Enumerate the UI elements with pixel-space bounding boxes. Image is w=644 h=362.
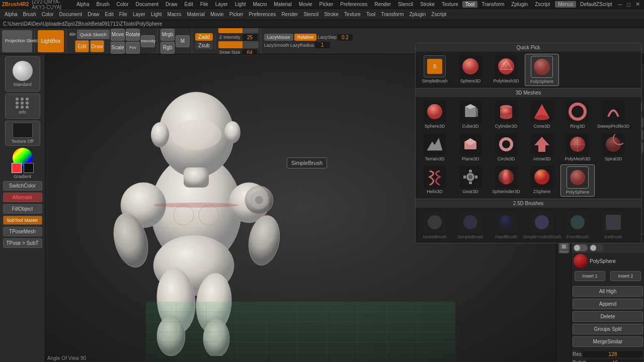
color-picker-button[interactable]	[8, 148, 38, 173]
switch-color-button[interactable]: SwitchColor	[3, 181, 42, 191]
tpose-mesh-button[interactable]: TPoseMesh	[3, 227, 42, 236]
focal-shift-slider[interactable]	[218, 28, 259, 33]
tb2-material[interactable]: Material	[184, 11, 207, 18]
menu-material[interactable]: Material	[271, 1, 295, 8]
menu-brush[interactable]: Brush	[93, 1, 112, 8]
tb2-draw[interactable]: Draw	[85, 11, 102, 18]
insert1-button[interactable]: Insert 1	[575, 271, 605, 281]
mesh-polymesh3d-grid[interactable]: PolyMesh3D	[560, 132, 595, 163]
tb2-document[interactable]: Document	[57, 11, 85, 18]
menu-alpha[interactable]: Alpha	[73, 1, 93, 8]
delete-button[interactable]: Delete	[573, 311, 643, 322]
info-button[interactable]: Info	[5, 94, 40, 119]
menu-macro[interactable]: Macro	[250, 1, 270, 8]
quick-pick-simplebrush[interactable]: S SimpleBrush	[418, 54, 452, 86]
mesh-ring3d[interactable]: Ring3D	[560, 99, 595, 130]
mesh-spherinder3d[interactable]: Spherinder3D	[489, 164, 523, 197]
close-icon[interactable]: ✕	[633, 1, 642, 8]
foreground-color-swatch[interactable]	[12, 163, 22, 173]
tb2-stencil[interactable]: Stencil	[301, 11, 321, 18]
lightbox-button[interactable]: LightBox	[38, 30, 64, 52]
tb2-movie[interactable]: Movie	[208, 11, 226, 18]
quick-sketch-button[interactable]: Quick Sketch	[77, 30, 110, 39]
menu-light[interactable]: Light	[232, 1, 249, 8]
tb2-zscript[interactable]: Zscript	[429, 11, 449, 18]
brush-2d-5[interactable]: FrontBrush	[560, 210, 595, 241]
tb2-preferences[interactable]: Preferences	[246, 11, 278, 18]
mesh-spiral3d[interactable]: Spiral3D	[596, 132, 630, 163]
brush-2d-2[interactable]: SimpleBrush	[453, 210, 488, 241]
rgb-button[interactable]: Rgb	[160, 42, 175, 54]
tpose-subt-button[interactable]: TPose > SubT	[3, 238, 42, 248]
maximize-icon[interactable]: □	[625, 2, 632, 8]
projection-sketch-button[interactable]: Projection Sketch	[2, 30, 32, 52]
tb2-layer[interactable]: Layer	[130, 11, 148, 18]
fov-button[interactable]: Fov	[126, 42, 140, 54]
scale-button[interactable]: Scale	[111, 42, 125, 54]
tb2-alpha[interactable]: Alpha	[2, 11, 20, 18]
mesh-gear3d[interactable]: Gear3D	[453, 164, 488, 197]
tb2-texture[interactable]: Texture	[342, 11, 363, 18]
tb2-file[interactable]: File	[117, 11, 130, 18]
menu-movie[interactable]: Movie	[296, 1, 315, 8]
menu-render[interactable]: Render	[371, 1, 394, 8]
mesh-circle3d[interactable]: Circle3D	[489, 132, 523, 163]
menu-zscript[interactable]: Zscript	[532, 1, 553, 8]
menu-edit[interactable]: Edit	[181, 1, 196, 8]
menu-picker[interactable]: Picker	[316, 1, 337, 8]
subtool-master-button[interactable]: SubTool Master	[3, 216, 42, 225]
mesh-arrow3d[interactable]: Arrow3D	[525, 132, 559, 163]
mesh-helix3d[interactable]: Helix3D	[418, 164, 452, 197]
standard-brush-button[interactable]: Standard	[5, 56, 40, 92]
background-color-swatch[interactable]	[24, 163, 34, 173]
mesh-plane3d[interactable]: Plane3D	[453, 132, 488, 163]
menu-stroke[interactable]: Stroke	[417, 1, 438, 8]
edit-button[interactable]: Edit	[75, 40, 89, 52]
polish-value[interactable]: 10	[587, 359, 643, 362]
subtool-polysphere-item[interactable]: PolySphere	[572, 253, 644, 269]
mesh-sphere3d[interactable]: Sphere3D	[418, 99, 452, 130]
append-button[interactable]: Append	[573, 299, 643, 309]
merge-similar-button[interactable]: MergeSimilar	[573, 336, 643, 347]
tb2-brush[interactable]: Brush	[21, 11, 39, 18]
tb2-picker[interactable]: Picker	[227, 11, 246, 18]
mrgb-button[interactable]: Mrgb	[160, 29, 175, 41]
floor-icon[interactable]: ▦ Floor	[558, 242, 570, 253]
menu-layer[interactable]: Layer	[212, 1, 231, 8]
zsub-button[interactable]: Zsub	[195, 42, 213, 49]
menu-draw[interactable]: Draw	[163, 1, 180, 8]
draw-button[interactable]: Draw	[90, 40, 104, 52]
mesh-cone3d[interactable]: Cone3D	[525, 99, 559, 130]
tb2-light[interactable]: Light	[148, 11, 165, 18]
brush-2d-6[interactable]: IceBrush	[596, 210, 630, 241]
relative-button[interactable]: Relative	[294, 34, 317, 41]
brush-2d-3[interactable]: HardBrush	[489, 210, 523, 241]
all-high-button[interactable]: All High	[573, 286, 643, 297]
mesh-sweepprofile3d[interactable]: SweepProfile3D	[596, 99, 630, 130]
quick-pick-sphere3d[interactable]: Sphere3D	[453, 54, 488, 86]
menu-stencil[interactable]: Stencil	[395, 1, 416, 8]
fill-object-button[interactable]: FillObject	[3, 204, 42, 214]
groups-split-button[interactable]: Groups Split	[573, 324, 643, 334]
tb2-edit[interactable]: Edit	[103, 11, 116, 18]
move-button[interactable]: Move	[111, 29, 125, 41]
menu-preferences[interactable]: Preferences	[337, 1, 370, 8]
menu-defaultzscript[interactable]: DefaultZScript	[577, 1, 615, 8]
tb2-render[interactable]: Render	[279, 11, 300, 18]
simple-brush-popup[interactable]: SimpleBrush	[287, 157, 327, 168]
mesh-terrain3d[interactable]: Terrain3D	[418, 132, 452, 163]
tb2-transform[interactable]: Transform	[378, 11, 406, 18]
insert2-button[interactable]: Insert 2	[610, 271, 641, 281]
rotate-button[interactable]: Rotate	[126, 29, 140, 41]
menu-menus[interactable]: Menus	[555, 1, 576, 8]
menu-tool[interactable]: Tool	[462, 1, 477, 8]
tb2-color[interactable]: Color	[39, 11, 56, 18]
subtool-toggle2[interactable]	[590, 244, 604, 251]
tb2-stroke[interactable]: Stroke	[321, 11, 341, 18]
m-button[interactable]: M	[176, 35, 190, 47]
intensity-button[interactable]: Intensity	[141, 35, 155, 47]
zadd-button[interactable]: Zadd	[195, 33, 213, 41]
texture-button[interactable]: Texture Off	[5, 121, 40, 146]
brush-2d-4[interactable]: Simple+colorBrush	[525, 210, 559, 241]
menu-texture[interactable]: Texture	[439, 1, 461, 8]
